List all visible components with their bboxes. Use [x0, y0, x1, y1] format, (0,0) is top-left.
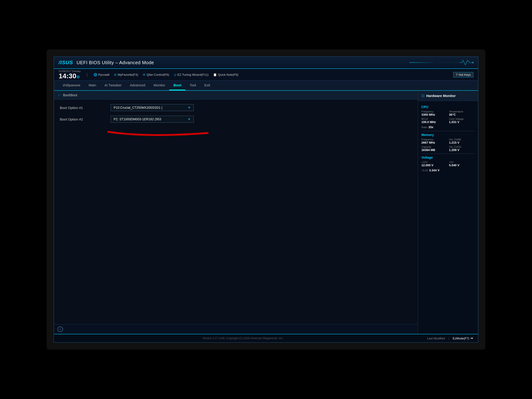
- myfavorite-button[interactable]: ⊞ MyFavorite(F3): [114, 73, 138, 76]
- monitor-icon: ⊡: [421, 94, 424, 98]
- cpu-freq-temp-row: Frequency 3300 MHz Temperature 36°C: [421, 110, 475, 116]
- nav-advanced[interactable]: Advanced: [126, 81, 149, 90]
- memory-voltage-divider: [421, 153, 475, 154]
- boot-option-2-label: Boot Option #2: [60, 117, 106, 121]
- cpu-temp-label: Temperature: [449, 110, 475, 113]
- cpu-voltage-value: 1.031 V: [449, 120, 475, 124]
- favorite-icon: ⊞: [114, 73, 117, 76]
- dropdown-arrow-2-icon: ▼: [188, 117, 191, 121]
- footer-version: Version 2.17.1246. Copyright (C) 2016 Am…: [59, 337, 427, 340]
- v5-value: 5.040 V: [449, 164, 475, 167]
- hw-monitor-title-text: Hardware Monitor: [426, 94, 456, 98]
- status-bar: i: [54, 324, 418, 334]
- language-button[interactable]: 🌐 Русский: [94, 73, 109, 76]
- time-display: 14:30⚙: [59, 72, 80, 79]
- boot-option-1-label: Boot Option #1: [60, 106, 106, 110]
- info-icon[interactable]: i: [57, 327, 63, 332]
- mem-vol-chcd: Vol_CHCD 1.209 V: [449, 146, 475, 152]
- cpu-frequency: Frequency 3300 MHz: [421, 110, 447, 116]
- nav-exit[interactable]: Exit: [200, 81, 214, 90]
- arrow-right-icon: ⮕: [470, 337, 473, 340]
- cpu-bclk-label: BCLK: [421, 118, 447, 120]
- dropdown-arrow-icon: ▼: [188, 106, 191, 109]
- footer-bar: Version 2.17.1246. Copyright (C) 2016 Am…: [54, 334, 478, 342]
- qfan-button[interactable]: ♻ Qfan Control(F6): [143, 73, 169, 76]
- cpu-bclk: BCLK 100.0 MHz: [421, 118, 447, 124]
- footer-right: Last Modified | EzMode(F7) ⮕: [427, 337, 473, 340]
- hw-monitor-content: CPU Frequency 3300 MHz Temperature 36°C: [418, 101, 478, 334]
- note-icon: 📋: [213, 73, 217, 76]
- mem-vol-chab: Vol_CHAB 1.215 V: [449, 138, 475, 144]
- mem-capacity: Capacity 16384 MB: [421, 146, 447, 152]
- main-area: ← Boot\Boot Boot Option #1 P10:Crucial_C…: [54, 91, 478, 334]
- mem-cap-label: Capacity: [421, 146, 447, 148]
- bios-title: UEFI BIOS Utility – Advanced Mode: [76, 60, 154, 65]
- cpu-freq-value: 3300 MHz: [421, 113, 447, 116]
- boot-options-area: Boot Option #1 P10:Crucial_CT250MX200SSD…: [54, 100, 418, 324]
- svg-point-0: [472, 62, 473, 63]
- v12-label: +12V: [421, 161, 447, 164]
- mem-cap-value: 16384 MB: [421, 148, 447, 152]
- datetime: 01/08/2017 Sunday 14:30⚙: [59, 70, 81, 79]
- boot-option-2-select[interactable]: P2: ST1000DM003-1ER162 (953 ▼: [111, 116, 194, 123]
- title-bar: /ISUS UEFI BIOS Utility – Advanced Mode …: [54, 57, 478, 69]
- hardware-monitor-panel: ⊡ Hardware Monitor CPU Frequency 3300 MH…: [418, 91, 478, 334]
- voltage-section-title: Voltage: [421, 156, 475, 159]
- mem-freq-label: Frequency: [421, 138, 447, 141]
- wizard-icon: ◎: [174, 73, 176, 76]
- boot-option-1-select[interactable]: P10:Crucial_CT250MX200SSD1 ( ▼: [111, 104, 194, 111]
- nav-menu: Избранное Main Ai Tweaker Advanced Monit…: [54, 81, 478, 91]
- hotkeys-icon: ?: [456, 73, 457, 76]
- back-arrow-icon[interactable]: ←: [57, 93, 61, 97]
- monitor-bezel: /ISUS UEFI BIOS Utility – Advanced Mode …: [47, 49, 485, 350]
- vol-chab-value: 1.215 V: [449, 141, 475, 144]
- nav-boot[interactable]: Boot: [169, 81, 185, 90]
- fan-icon: ♻: [143, 73, 146, 76]
- bios-screen: /ISUS UEFI BIOS Utility – Advanced Mode …: [54, 56, 478, 343]
- cpu-voltage-label: Core Voltage: [449, 118, 475, 120]
- info-bar: 01/08/2017 Sunday 14:30⚙ | 🌐 Русский ⊞ M…: [54, 69, 478, 81]
- vol-chcd-label: Vol_CHCD: [449, 146, 475, 148]
- cpu-freq-label: Frequency: [421, 110, 447, 113]
- ez-tuning-button[interactable]: ◎ EZ Tuning Wizard(F11): [174, 73, 209, 76]
- cpu-section-title: CPU: [421, 105, 475, 109]
- hotkeys-button[interactable]: ? Hot Keys: [453, 72, 473, 77]
- v12-value: 12.000 V: [421, 164, 447, 167]
- cpu-ratio-row: Ratio 33x: [421, 125, 475, 129]
- volt-12-5-row: +12V 12.000 V +5V 5.040 V: [421, 161, 475, 167]
- cpu-temp-value: 36°C: [449, 113, 475, 116]
- v33-label: +3.3V: [421, 169, 428, 172]
- gear-icon[interactable]: ⚙: [76, 75, 80, 79]
- nav-ai-tweaker[interactable]: Ai Tweaker: [101, 81, 126, 90]
- hw-monitor-title: ⊡ Hardware Monitor: [418, 91, 478, 101]
- voltage-5v: +5V 5.040 V: [449, 161, 475, 167]
- boot-option-1-row: Boot Option #1 P10:Crucial_CT250MX200SSD…: [60, 104, 412, 111]
- content-panel: ← Boot\Boot Boot Option #1 P10:Crucial_C…: [54, 91, 418, 334]
- cpu-ratio-label: Ratio: [421, 126, 427, 129]
- mem-cap-volchcd-row: Capacity 16384 MB Vol_CHCD 1.209 V: [421, 146, 475, 152]
- memory-section-title: Memory: [421, 133, 475, 137]
- volt-33-row: +3.3V 3.344 V: [421, 168, 475, 172]
- deco-line: [409, 62, 437, 63]
- cpu-bclk-value: 100.0 MHz: [421, 120, 447, 124]
- quick-note-button[interactable]: 📋 Quick Note(F9): [213, 73, 238, 76]
- nav-monitor[interactable]: Monitor: [149, 81, 169, 90]
- boot-option-2-row: Boot Option #2 P2: ST1000DM003-1ER162 (9…: [60, 116, 412, 123]
- nav-tool[interactable]: Tool: [185, 81, 200, 90]
- asus-logo: /ISUS: [59, 60, 73, 66]
- annotation-arrow: [101, 125, 217, 139]
- v33-value: 3.344 V: [429, 169, 440, 172]
- divider-1: |: [86, 72, 88, 77]
- cpu-memory-divider: [421, 131, 475, 131]
- mem-frequency: Frequency 2667 MHz: [421, 138, 447, 144]
- nav-main[interactable]: Main: [84, 81, 101, 90]
- ezmode-button[interactable]: EzMode(F7) ⮕: [453, 337, 473, 340]
- mem-freq-volchab-row: Frequency 2667 MHz Vol_CHAB 1.215 V: [421, 138, 475, 144]
- cpu-bclk-voltage-row: BCLK 100.0 MHz Core Voltage 1.031 V: [421, 118, 475, 124]
- title-decorations: ···············: [409, 59, 473, 66]
- breadcrumb: Boot\Boot: [63, 93, 77, 97]
- deco-circuit: [460, 59, 473, 66]
- nav-izbrannoye[interactable]: Избранное: [59, 81, 84, 90]
- deco-dots: ···············: [438, 61, 458, 64]
- mem-freq-value: 2667 MHz: [421, 141, 447, 144]
